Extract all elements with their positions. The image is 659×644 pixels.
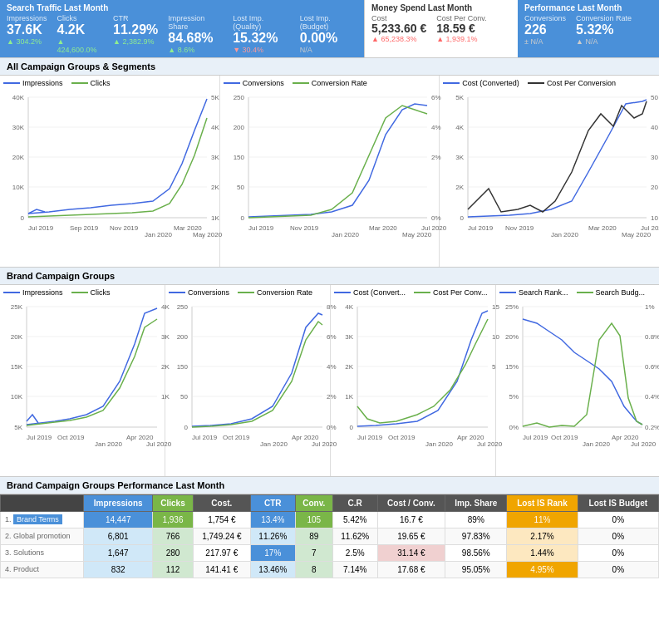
- svg-text:1K: 1K: [345, 393, 353, 401]
- svg-text:Jul 2020: Jul 2020: [641, 224, 659, 232]
- cost-converted-legend: [443, 82, 460, 84]
- row-cr-4: 7.14%: [332, 561, 377, 578]
- search-budget-legend: [577, 292, 593, 293]
- table-row: 2. Global promotion 6,801 766 1,749.24 €…: [1, 528, 659, 544]
- chart3-svg: 5K 4K 3K 2K 0 50 40 30 20 10 Jul 2019 No…: [443, 89, 651, 243]
- campaigns-table: Impressions Clicks Cost. CTR Conv. C.R C…: [0, 494, 659, 578]
- svg-text:Jul 2019: Jul 2019: [468, 224, 494, 232]
- brand-chart1-svg: 25K 20K 15K 10K 5K 4K 3K 2K 1K Jul 2019 …: [3, 298, 161, 452]
- svg-text:10K: 10K: [11, 393, 23, 401]
- svg-text:0: 0: [460, 214, 465, 222]
- col-cr: C.R: [332, 494, 377, 511]
- row-segment-2: 2. Global promotion: [1, 528, 84, 544]
- svg-text:150: 150: [233, 154, 244, 161]
- svg-text:May 2020: May 2020: [193, 231, 223, 238]
- row-conv-4: 8: [295, 561, 332, 578]
- col-conv: Conv.: [295, 494, 332, 511]
- col-segment: [1, 494, 84, 511]
- cost-per-conv-stat: Cost Per Conv. 18.59 € ▲ 1,939.1%: [436, 14, 486, 43]
- lost-imp-quality-stat: Lost Imp. (Quality) 15.32% ▼ 30.4%: [233, 14, 290, 54]
- ctr-stat: CTR 11.29% ▲ 2,382.9%: [113, 14, 158, 46]
- row-lost-rank-1: 11%: [507, 511, 578, 528]
- performance-title: Performance Last Month: [524, 3, 652, 12]
- brand-conv-legend: [169, 292, 185, 293]
- table-row: 1. Brand Terms 14,447 1,936 1,754 € 13.4…: [1, 511, 659, 528]
- col-ctr: CTR: [251, 494, 296, 511]
- svg-text:Jul 2020: Jul 2020: [631, 440, 657, 448]
- row-lost-budget-2: 0%: [578, 528, 658, 544]
- svg-text:0.2%: 0.2%: [645, 424, 659, 431]
- svg-text:30: 30: [651, 154, 658, 161]
- svg-text:15K: 15K: [11, 363, 23, 371]
- svg-text:15%: 15%: [505, 363, 519, 371]
- row-cr-3: 2.5%: [332, 544, 377, 561]
- svg-text:4K: 4K: [345, 303, 353, 311]
- svg-text:250: 250: [177, 303, 189, 311]
- row-ctr-4: 13.46%: [251, 561, 296, 578]
- svg-text:5K: 5K: [14, 424, 22, 431]
- svg-text:3K: 3K: [456, 154, 465, 161]
- svg-text:2K: 2K: [456, 184, 465, 191]
- col-lost-rank: Lost IS Rank: [507, 494, 578, 511]
- svg-text:2K: 2K: [211, 184, 219, 191]
- brand-chart2-svg: 250 200 150 50 0 8% 6% 4% 2% 0% Jul 2019…: [169, 298, 327, 452]
- svg-text:20: 20: [651, 184, 658, 191]
- svg-text:250: 250: [233, 94, 244, 101]
- col-cost: Cost.: [193, 494, 250, 511]
- svg-text:Jul 2019: Jul 2019: [192, 434, 218, 441]
- brand-impressions-legend: [3, 292, 20, 293]
- brand-conversions-chart: Conversions Conversion Rate 250 200 150 …: [165, 285, 331, 476]
- table-row: 3. Solutions 1,647 280 217.97 € 17% 7 2.…: [1, 544, 659, 561]
- svg-text:10K: 10K: [12, 184, 25, 191]
- svg-text:0.8%: 0.8%: [645, 333, 659, 341]
- svg-text:1%: 1%: [645, 303, 655, 311]
- col-impressions: Impressions: [84, 494, 153, 511]
- svg-text:Sep 2019: Sep 2019: [70, 224, 99, 232]
- row-ctr-2: 11.26%: [251, 528, 296, 544]
- svg-text:200: 200: [233, 124, 244, 131]
- all-campaigns-charts: Impressions Clicks 40K 30K 20K 10K 0 5K …: [0, 76, 659, 268]
- stats-bar: Search Traffic Last Month Impressions 37…: [0, 0, 659, 58]
- svg-text:3K: 3K: [211, 154, 219, 161]
- row-cost-conv-2: 19.65 €: [377, 528, 445, 544]
- svg-text:5K: 5K: [456, 94, 465, 101]
- search-traffic-section: Search Traffic Last Month Impressions 37…: [0, 0, 364, 57]
- conversion-rate-stat: Conversion Rate 5.32% ▲ N/A: [576, 14, 632, 46]
- campaigns-table-section: Impressions Clicks Cost. CTR Conv. C.R C…: [0, 494, 659, 578]
- row-imp-share-2: 97.83%: [445, 528, 507, 544]
- svg-text:Oct 2019: Oct 2019: [223, 434, 250, 441]
- col-imp-share: Imp. Share: [445, 494, 507, 511]
- table-row: 4. Product 832 112 141.41 € 13.46% 8 7.1…: [1, 561, 659, 578]
- brand-chart3-legend: Cost (Convert... Cost Per Conv...: [334, 288, 492, 297]
- row-cost-conv-1: 16.7 €: [377, 511, 445, 528]
- impressions-clicks-chart: Impressions Clicks 40K 30K 20K 10K 0 5K …: [0, 76, 220, 267]
- svg-text:5K: 5K: [211, 94, 219, 101]
- svg-text:0: 0: [350, 424, 354, 431]
- svg-text:Jan 2020: Jan 2020: [145, 231, 172, 238]
- row-clicks-3: 280: [153, 544, 193, 561]
- brand-chart4-svg: 25% 20% 15% 5% 0% 1% 0.8% 0.6% 0.4% 0.2%…: [499, 298, 645, 452]
- clicks-legend-line: [71, 82, 88, 84]
- row-cr-2: 11.62%: [332, 528, 377, 544]
- svg-text:3K: 3K: [345, 333, 353, 341]
- row-cost-conv-3: 31.14 €: [377, 544, 445, 561]
- svg-text:200: 200: [177, 333, 189, 341]
- impressions-stat: Impressions 37.6K ▲ 304.2%: [7, 14, 47, 46]
- svg-text:0: 0: [21, 214, 25, 222]
- row-cost-2: 1,749.24 €: [193, 528, 250, 544]
- svg-text:20K: 20K: [11, 333, 23, 341]
- svg-text:Jan 2020: Jan 2020: [551, 231, 578, 238]
- performance-stats: Conversions 226 ± N/A Conversion Rate 5.…: [524, 14, 652, 46]
- row-cost-1: 1,754 €: [193, 511, 250, 528]
- row-num-1: 1. Brand Terms: [1, 511, 84, 528]
- brand-cost-per-conv-legend: [414, 292, 430, 293]
- row-imp-share-1: 89%: [445, 511, 507, 528]
- svg-text:0: 0: [240, 214, 244, 222]
- row-conv-3: 7: [295, 544, 332, 561]
- brand-conv-rate-legend: [238, 292, 254, 293]
- svg-text:Mar 2020: Mar 2020: [369, 224, 397, 232]
- conversions-stat: Conversions 226 ± N/A: [524, 14, 566, 46]
- svg-text:Nov 2019: Nov 2019: [505, 224, 534, 232]
- svg-text:Oct 2019: Oct 2019: [388, 434, 416, 441]
- impressions-legend-line: [3, 82, 20, 84]
